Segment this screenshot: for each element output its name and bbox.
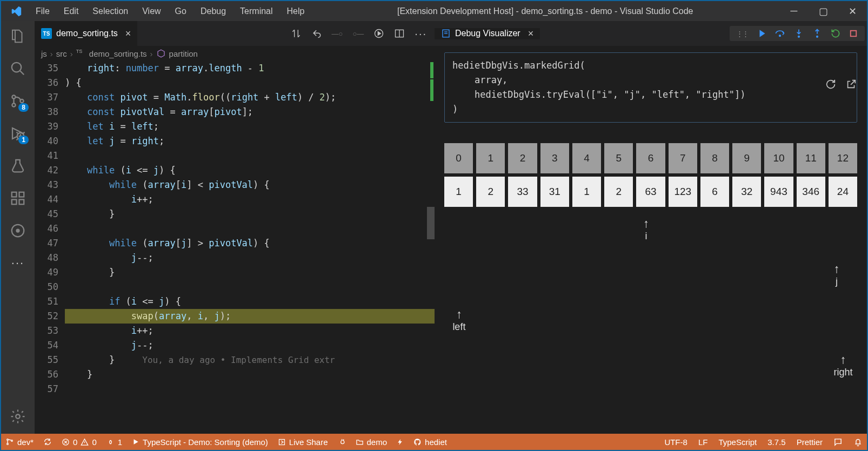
menu-item[interactable]: Debug (194, 3, 232, 19)
github-user[interactable]: hediet (413, 437, 447, 447)
encoding[interactable]: UTF-8 (664, 437, 687, 447)
folder[interactable]: demo (356, 437, 388, 447)
tasks[interactable]: 1 (106, 437, 122, 447)
menu-item[interactable]: Selection (86, 3, 135, 19)
grid-value-cell: 943 (764, 177, 793, 207)
extensions-icon[interactable] (8, 189, 28, 208)
drag-handle-icon[interactable]: ⋮⋮ (736, 30, 748, 38)
grid-marker: ↑j (834, 262, 840, 287)
eol[interactable]: LF (698, 437, 708, 447)
step-out-icon[interactable] (812, 28, 823, 39)
editor-tab[interactable]: TS demo_sorting.ts × (35, 21, 138, 46)
live-share[interactable]: Live Share (278, 437, 328, 447)
svg-point-19 (779, 35, 781, 37)
settings-icon[interactable] (8, 407, 28, 426)
more-icon[interactable]: ··· (8, 253, 28, 273)
debug-launch[interactable]: TypeScript - Demo: Sorting (demo) (132, 437, 268, 447)
stop-icon[interactable] (849, 29, 858, 38)
lang-mode[interactable]: TypeScript (718, 437, 757, 447)
breadcrumb-item[interactable]: partition (169, 49, 198, 58)
svg-rect-22 (851, 31, 857, 37)
close-tab-icon[interactable]: × (125, 28, 131, 39)
feedback-icon[interactable] (833, 437, 843, 447)
ts-file-icon: TS (41, 28, 52, 39)
circle-icon[interactable]: —○ (332, 30, 343, 38)
debug-toolbar[interactable]: ⋮⋮ (730, 26, 865, 41)
close-button[interactable]: ✕ (838, 1, 867, 21)
menu-item[interactable]: Terminal (233, 3, 279, 19)
breadcrumb-item[interactable]: demo_sorting.ts (89, 49, 147, 58)
menu-item[interactable]: File (29, 3, 56, 19)
menu-item[interactable]: View (136, 3, 167, 19)
menu-item[interactable]: Go (169, 3, 193, 19)
continue-icon[interactable] (756, 28, 766, 39)
breadcrumb-item[interactable]: js (41, 49, 47, 58)
split-icon[interactable] (394, 28, 405, 39)
grid-index-cell: 1 (476, 143, 505, 173)
prettier[interactable]: Prettier (797, 437, 823, 447)
code-editor[interactable]: 3536373839404142434445464748495051525354… (35, 61, 435, 434)
grid-index-cell: 6 (636, 143, 665, 173)
svg-rect-9 (19, 192, 24, 197)
run-icon[interactable] (373, 28, 384, 39)
preview-icon (441, 29, 451, 38)
breadcrumb-item[interactable]: src (56, 49, 67, 58)
compare-icon[interactable] (291, 28, 302, 39)
grid-index-cell: 11 (797, 143, 825, 173)
breadcrumb[interactable]: js› src› TS demo_sorting.ts› partition (35, 46, 435, 61)
grid-marker: ↑right (834, 353, 853, 378)
grid-value-cell: 32 (732, 177, 761, 207)
grid-index-cell: 3 (540, 143, 569, 173)
grid-value-cell: 346 (797, 177, 825, 207)
svg-point-20 (798, 36, 800, 38)
grid-index-cell: 10 (764, 143, 793, 173)
svg-point-5 (17, 133, 24, 140)
test-icon[interactable] (8, 156, 28, 176)
visualizer-expression[interactable]: hedietDbgVis.markedGrid( array, hedietDb… (444, 52, 857, 123)
refresh-icon[interactable] (825, 78, 837, 90)
close-tab-icon[interactable]: × (528, 28, 534, 39)
sync-icon[interactable] (43, 437, 52, 446)
step-over-icon[interactable] (774, 28, 786, 39)
flame-icon[interactable] (338, 438, 346, 446)
max-button[interactable]: ▢ (809, 1, 838, 21)
menu-item[interactable]: Edit (57, 3, 85, 19)
circle2-icon[interactable]: ○— (352, 30, 364, 38)
svg-point-0 (12, 63, 22, 72)
problems[interactable]: 0 0 (62, 437, 97, 447)
bolt-icon[interactable] (397, 438, 404, 446)
visualizer-tab[interactable]: Debug Visualizer × (435, 28, 540, 39)
grid-value-cell: 31 (540, 177, 569, 207)
grid-value-cell: 63 (636, 177, 665, 207)
debug-icon[interactable] (8, 124, 28, 143)
scrollbar[interactable] (427, 61, 435, 434)
bell-icon[interactable] (853, 437, 863, 447)
symbol-method-icon (156, 49, 166, 58)
min-button[interactable]: ─ (779, 1, 809, 21)
svg-rect-8 (19, 200, 24, 205)
git-branch[interactable]: dev* (5, 437, 34, 447)
svg-point-3 (12, 103, 15, 106)
explorer-icon[interactable] (8, 26, 28, 46)
vscode-logo (9, 4, 24, 19)
svg-rect-7 (12, 200, 17, 205)
svg-point-12 (16, 414, 20, 419)
grid-index-cell: 2 (508, 143, 537, 173)
popout-icon[interactable] (845, 78, 857, 90)
step-into-icon[interactable] (793, 28, 804, 39)
more-actions-icon[interactable]: ··· (415, 28, 427, 40)
restart-icon[interactable] (830, 28, 841, 39)
ts-version[interactable]: 3.7.5 (767, 437, 785, 447)
git-graph-icon[interactable] (8, 221, 28, 240)
source-control-icon[interactable] (8, 91, 28, 111)
grid-value-cell: 1 (572, 177, 601, 207)
svg-line-1 (20, 71, 24, 75)
menu-item[interactable]: Help (281, 3, 311, 19)
svg-rect-6 (12, 192, 17, 197)
window-title: [Extension Development Host] - demo_sort… (311, 6, 779, 16)
go-back-icon[interactable] (311, 28, 322, 39)
search-icon[interactable] (8, 59, 28, 78)
grid-value-cell: 6 (700, 177, 729, 207)
visualizer-grid: 0123456789101112 12333112631236329433462… (444, 143, 857, 207)
grid-value-cell: 2 (604, 177, 633, 207)
